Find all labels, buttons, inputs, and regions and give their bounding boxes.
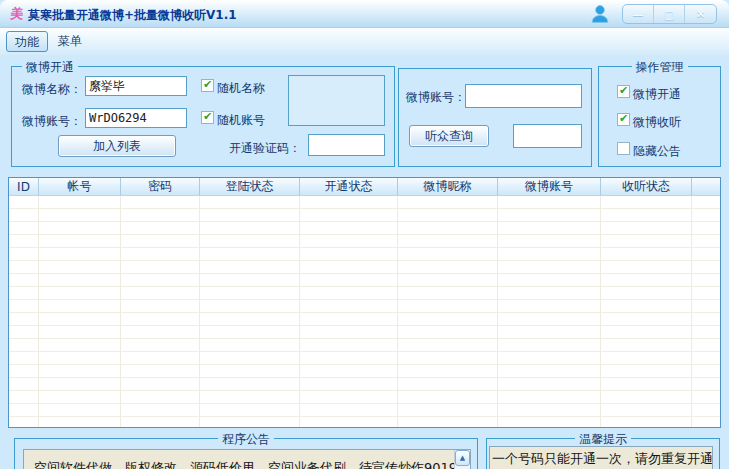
query-account-label: 微博账号： <box>406 89 466 106</box>
tab-bar: 功能 菜单 <box>0 28 729 55</box>
group-warm-tip: 温馨提示 一个号码只能开通一次，请勿重复开通 <box>486 438 720 469</box>
column-header-nickname[interactable]: 微博昵称 <box>398 178 498 195</box>
announcement-text: 空间软件代做，版权修改，源码低价甩，空间业务代刷，待宣传炒作90199 <box>34 459 465 469</box>
query-account-input[interactable] <box>465 84 582 108</box>
column-header-id[interactable]: ID <box>9 178 39 195</box>
body-col <box>692 196 720 427</box>
random-name-checkbox[interactable]: ✔ <box>201 79 214 92</box>
group-program-announcement-title: 程序公告 <box>218 431 274 448</box>
table-body-columns <box>9 196 720 427</box>
scroll-up-button[interactable]: ▲ <box>455 450 470 466</box>
group-weibo-activate-title: 微博开通 <box>22 59 78 76</box>
weibo-name-input[interactable] <box>85 76 187 96</box>
group-operation-manage-title: 操作管理 <box>632 59 688 76</box>
captcha-input[interactable] <box>308 134 385 156</box>
close-button[interactable]: ✕ <box>685 5 716 23</box>
group-program-announcement: 程序公告 空间软件代做，版权修改，源码低价甩，空间业务代刷，待宣传炒作90199… <box>14 438 478 469</box>
minimize-icon: — <box>633 8 644 21</box>
weibo-listen-option-label: 微博收听 <box>633 114 681 131</box>
body-col <box>200 196 300 427</box>
hide-announcement-checkbox[interactable]: ✔ <box>617 142 630 155</box>
weibo-listen-checkbox[interactable]: ✔ <box>617 113 630 126</box>
announcement-scrollbar[interactable]: ▲ <box>454 450 470 469</box>
scroll-up-icon: ▲ <box>460 454 465 462</box>
weibo-account-input[interactable] <box>85 108 187 128</box>
hide-announcement-option-label: 隐藏公告 <box>633 143 681 160</box>
minimize-button[interactable]: — <box>623 5 654 23</box>
column-header-account[interactable]: 帐号 <box>39 178 121 195</box>
listener-query-button[interactable]: 听众查询 <box>409 125 489 147</box>
body-col <box>300 196 398 427</box>
title-bar[interactable]: 美 莫寒批量开通微博+批量微博收听V1.1 — ▢ ✕ <box>0 0 729 28</box>
group-operation-manage: 操作管理 ✔ 微博开通 ✔ 微博收听 ✔ 隐藏公告 <box>598 66 721 167</box>
weibo-account-label: 微博账号： <box>22 113 82 130</box>
table-body[interactable] <box>9 196 720 427</box>
weibo-activate-checkbox[interactable]: ✔ <box>617 85 630 98</box>
maximize-icon: ▢ <box>664 8 674 21</box>
account-table: ID 帐号 密码 登陆状态 开通状态 微博昵称 微博账号 收听状态 <box>8 177 721 428</box>
window-title: 莫寒批量开通微博+批量微博收听V1.1 <box>28 7 237 24</box>
random-name-label: 随机名称 <box>217 80 265 97</box>
user-icon[interactable] <box>590 4 610 24</box>
weibo-name-label: 微博名称： <box>22 81 82 98</box>
column-header-listen-status[interactable]: 收听状态 <box>601 178 692 195</box>
tab-functions[interactable]: 功能 <box>6 31 48 52</box>
tip-text: 一个号码只能开通一次，请勿重复开通 <box>492 451 713 466</box>
table-header: ID 帐号 密码 登陆状态 开通状态 微博昵称 微博账号 收听状态 <box>9 178 720 196</box>
app-icon: 美 <box>8 6 26 22</box>
body-col <box>9 196 39 427</box>
weibo-activate-option-label: 微博开通 <box>633 86 681 103</box>
column-header-filler <box>692 178 720 195</box>
check-icon: ✔ <box>203 111 212 122</box>
body-col <box>398 196 498 427</box>
add-to-list-button[interactable]: 加入列表 <box>58 135 176 157</box>
app-window: 美 莫寒批量开通微博+批量微博收听V1.1 — ▢ ✕ 功能 菜单 微博开通 微… <box>0 0 729 469</box>
random-account-checkbox[interactable]: ✔ <box>201 111 214 124</box>
body-col <box>498 196 601 427</box>
close-icon: ✕ <box>696 8 705 21</box>
random-account-label: 随机账号 <box>217 112 265 129</box>
column-header-weibo-account[interactable]: 微博账号 <box>498 178 601 195</box>
tip-text-box: 一个号码只能开通一次，请勿重复开通 <box>489 446 713 469</box>
column-header-login-status[interactable]: 登陆状态 <box>200 178 300 195</box>
announcement-textarea[interactable]: 空间软件代做，版权修改，源码低价甩，空间业务代刷，待宣传炒作90199 ▲ <box>23 449 471 469</box>
column-header-password[interactable]: 密码 <box>121 178 200 195</box>
captcha-image-box <box>288 75 385 126</box>
captcha-label: 开通验证码： <box>229 140 301 157</box>
tab-menu[interactable]: 菜单 <box>50 31 90 52</box>
group-weibo-activate: 微博开通 微博名称： ✔ 随机名称 微博账号： ✔ 随机账号 加入列表 开通验证… <box>11 66 395 167</box>
maximize-button[interactable]: ▢ <box>654 5 685 23</box>
check-icon: ✔ <box>203 79 212 90</box>
check-icon: ✔ <box>619 113 628 124</box>
query-result-input[interactable] <box>513 124 582 148</box>
body-col <box>39 196 121 427</box>
window-controls: — ▢ ✕ <box>622 4 717 24</box>
group-listener-query: 微博账号： 听众查询 <box>398 68 592 167</box>
check-icon: ✔ <box>619 85 628 96</box>
body-col <box>601 196 692 427</box>
column-header-activate-status[interactable]: 开通状态 <box>300 178 398 195</box>
body-col <box>121 196 200 427</box>
